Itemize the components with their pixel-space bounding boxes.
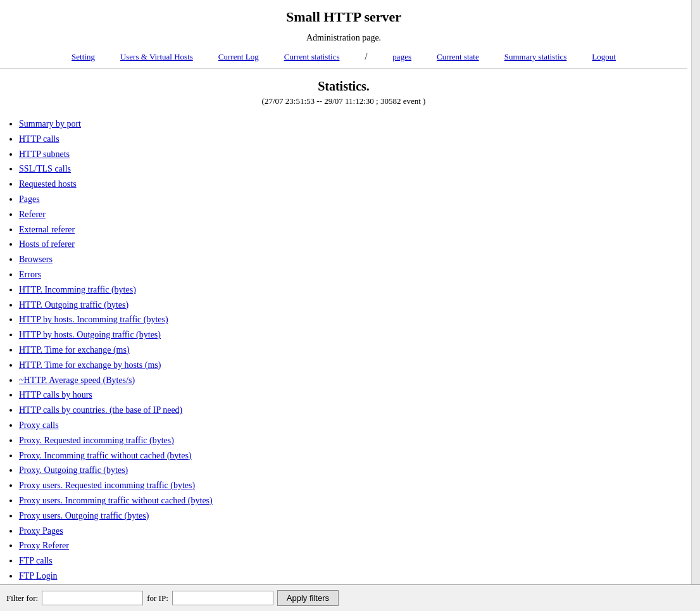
filter-input[interactable] — [42, 591, 143, 605]
link-http-subnets[interactable]: HTTP subnets — [19, 149, 70, 159]
list-item: Browsers — [19, 252, 687, 267]
link-http-time-exchange[interactable]: HTTP. Time for exchange (ms) — [19, 345, 130, 355]
filter-label: Filter for: — [6, 593, 38, 603]
nav-pages[interactable]: pages — [392, 52, 411, 62]
list-item: SSL/TLS calls — [19, 161, 687, 177]
list-item: External referer — [19, 222, 687, 237]
link-browsers[interactable]: Browsers — [19, 255, 53, 264]
stats-title: Statistics. — [0, 69, 687, 96]
list-item: HTTP. Outgoing traffic (bytes) — [19, 298, 687, 313]
nav-users-virtual-hosts[interactable]: Users & Virtual Hosts — [120, 52, 193, 62]
link-hosts-of-referer[interactable]: Hosts of referer — [19, 239, 75, 249]
list-item: HTTP. Incomming traffic (bytes) — [19, 282, 687, 298]
list-item: Requested hosts — [19, 177, 687, 192]
link-external-referer[interactable]: External referer — [19, 225, 75, 234]
list-item: Proxy Pages — [19, 524, 687, 539]
list-item: FTP calls — [19, 553, 687, 569]
link-http-avg-speed[interactable]: ~HTTP. Average speed (Bytes/s) — [19, 375, 135, 385]
link-ftp-login[interactable]: FTP Login — [19, 571, 58, 581]
list-item: HTTP by hosts. Incomming traffic (bytes) — [19, 312, 687, 327]
footer-bar: Filter for: for IP: Apply filters — [0, 584, 700, 611]
link-ftp-calls[interactable]: FTP calls — [19, 556, 53, 565]
list-item: HTTP calls by countries. (the base of IP… — [19, 403, 687, 418]
link-http-calls[interactable]: HTTP calls — [19, 134, 59, 144]
list-item: Proxy users. Outgoing traffic (bytes) — [19, 508, 687, 524]
list-item: Proxy. Outgoing traffic (bytes) — [19, 463, 687, 478]
link-proxy-users-outgoing[interactable]: Proxy users. Outgoing traffic (bytes) — [19, 511, 149, 520]
list-item: Proxy users. Incomming traffic without c… — [19, 493, 687, 508]
link-ssl-tls-calls[interactable]: SSL/TLS calls — [19, 164, 71, 173]
list-item: FTP Login — [19, 569, 687, 584]
link-http-by-hosts-outgoing[interactable]: HTTP by hosts. Outgoing traffic (bytes) — [19, 330, 161, 339]
link-summary-by-port[interactable]: Summary by port — [19, 119, 81, 129]
list-item: Proxy calls — [19, 418, 687, 433]
link-http-calls-countries[interactable]: HTTP calls by countries. (the base of IP… — [19, 405, 182, 415]
link-http-calls-hours[interactable]: HTTP calls by hours — [19, 390, 92, 400]
nav-bar: Setting Users & Virtual Hosts Current Lo… — [0, 49, 687, 69]
nav-summary-statistics[interactable]: Summary statistics — [504, 52, 567, 62]
link-http-outgoing[interactable]: HTTP. Outgoing traffic (bytes) — [19, 300, 128, 310]
ip-label: for IP: — [147, 593, 168, 603]
list-item: Errors — [19, 267, 687, 282]
link-pages[interactable]: Pages — [19, 194, 40, 204]
list-item: Pages — [19, 192, 687, 207]
admin-label: Administration page. — [0, 29, 687, 49]
list-item: HTTP. Time for exchange by hosts (ms) — [19, 358, 687, 373]
nav-logout[interactable]: Logout — [592, 52, 616, 62]
link-proxy-outgoing[interactable]: Proxy. Outgoing traffic (bytes) — [19, 465, 128, 475]
nav-current-log[interactable]: Current Log — [218, 52, 259, 62]
link-http-incomming[interactable]: HTTP. Incomming traffic (bytes) — [19, 285, 136, 294]
list-item: Proxy Referer — [19, 538, 687, 553]
link-proxy-incomming-no-cache[interactable]: Proxy. Incomming traffic without cached … — [19, 451, 192, 460]
list-item: Hosts of referer — [19, 237, 687, 252]
list-item: HTTP subnets — [19, 147, 687, 162]
list-item: HTTP by hosts. Outgoing traffic (bytes) — [19, 327, 687, 343]
nav-setting[interactable]: Setting — [72, 52, 95, 62]
ip-input[interactable] — [172, 591, 273, 605]
link-errors[interactable]: Errors — [19, 270, 41, 279]
link-proxy-referer[interactable]: Proxy Referer — [19, 541, 69, 550]
link-proxy-users-incomming-no-cache[interactable]: Proxy users. Incomming traffic without c… — [19, 496, 213, 505]
list-item: HTTP calls — [19, 132, 687, 147]
link-referer[interactable]: Referer — [19, 210, 46, 219]
apply-filters-button[interactable]: Apply filters — [277, 590, 339, 606]
list-item: Proxy. Incomming traffic without cached … — [19, 448, 687, 463]
list-item: Referer — [19, 207, 687, 222]
list-item: Proxy users. Requested incomming traffic… — [19, 478, 687, 493]
link-proxy-calls[interactable]: Proxy calls — [19, 420, 59, 430]
link-proxy-requested-incomming[interactable]: Proxy. Requested incomming traffic (byte… — [19, 436, 174, 445]
list-item: HTTP. Time for exchange (ms) — [19, 343, 687, 358]
list-item: Summary by port — [19, 117, 687, 132]
list-item: ~HTTP. Average speed (Bytes/s) — [19, 373, 687, 388]
link-proxy-pages[interactable]: Proxy Pages — [19, 526, 63, 536]
link-proxy-users-requested[interactable]: Proxy users. Requested incomming traffic… — [19, 481, 195, 490]
link-http-by-hosts-incomming[interactable]: HTTP by hosts. Incomming traffic (bytes) — [19, 315, 168, 324]
page-title: Small HTTP server — [0, 0, 687, 29]
list-item: HTTP calls by hours — [19, 387, 687, 403]
link-requested-hosts[interactable]: Requested hosts — [19, 179, 77, 189]
list-item: Proxy. Requested incomming traffic (byte… — [19, 433, 687, 448]
link-http-time-exchange-hosts[interactable]: HTTP. Time for exchange by hosts (ms) — [19, 360, 161, 370]
main-list: Summary by port HTTP calls HTTP subnets … — [0, 113, 687, 611]
stats-range: (27/07 23:51:53 -- 29/07 11:12:30 ; 3058… — [0, 96, 687, 113]
nav-current-statistics[interactable]: Current statistics — [284, 52, 340, 62]
nav-current-state[interactable]: Current state — [437, 52, 479, 62]
